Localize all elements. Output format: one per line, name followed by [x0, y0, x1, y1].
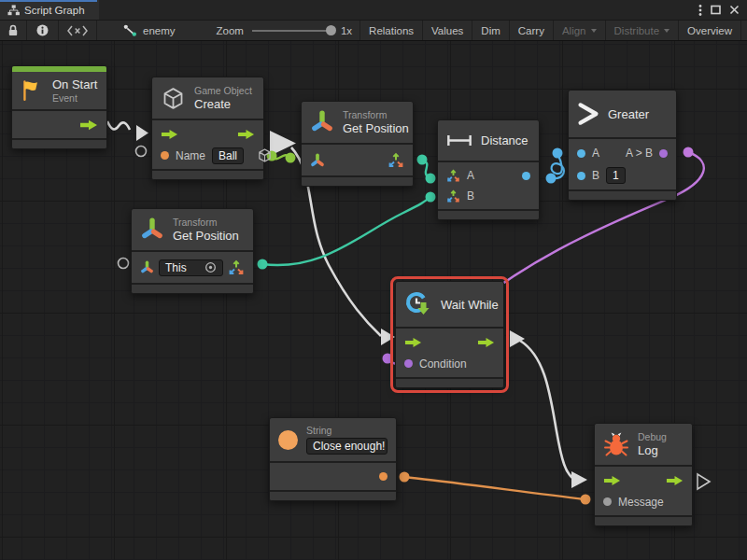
port-label: Name [176, 149, 205, 162]
relations-button[interactable]: Relations [359, 21, 423, 40]
unconnected-port-circle [136, 147, 147, 157]
target-value: This [165, 261, 187, 274]
zoom-value: 1x [341, 25, 352, 36]
node-create[interactable]: Game Object Create Name Ball [151, 77, 264, 180]
active-tab-accent [0, 0, 97, 2]
string-input-field[interactable]: Close enough! [306, 438, 388, 455]
full-screen-button[interactable]: Full Screen [741, 21, 747, 40]
node-string[interactable]: String Close enough! [269, 417, 397, 501]
maximize-icon[interactable] [711, 5, 721, 15]
b-input-field[interactable]: 1 [606, 167, 626, 184]
object-picker-icon[interactable] [204, 261, 217, 273]
wire-endpoint [400, 472, 410, 483]
vector3-output-port[interactable] [388, 152, 404, 169]
graph-pointer-icon [123, 24, 138, 36]
zoom-slider[interactable] [252, 30, 332, 32]
wire-endpoint [426, 192, 436, 203]
vector3-input-port[interactable] [446, 169, 460, 183]
game-object-output-port[interactable] [257, 147, 273, 163]
target-input-field[interactable]: This [159, 259, 223, 276]
condition-input-port[interactable] [404, 359, 413, 368]
overview-button[interactable]: Overview [679, 21, 741, 40]
dim-button[interactable]: Dim [472, 21, 509, 40]
node-footer [302, 177, 413, 186]
wire-endpoint [426, 174, 436, 184]
flow-output-port[interactable] [477, 337, 495, 348]
value-input-port[interactable] [577, 172, 585, 180]
kebab-menu-icon[interactable] [698, 4, 702, 17]
graph-canvas[interactable]: On Start Event Game Object Create [0, 41, 747, 560]
transform-input-port[interactable] [310, 153, 325, 168]
chevron-down-icon [591, 29, 597, 33]
node-get-position-1[interactable]: Transform Get Position [301, 101, 414, 187]
flow-input-port[interactable] [161, 129, 178, 140]
flow-output-port[interactable] [79, 119, 98, 131]
flow-output-port[interactable] [666, 475, 684, 486]
vector3-output-port[interactable] [228, 259, 245, 276]
wire-endpoint [258, 259, 268, 270]
node-title: Log [638, 443, 667, 457]
game-object-cube-icon [161, 86, 186, 111]
titlebar: Script Graph [0, 0, 747, 21]
unconnected-flow-triangle [698, 474, 710, 489]
values-button[interactable]: Values [423, 21, 472, 40]
flow-output-port[interactable] [237, 129, 255, 140]
name-input-field[interactable]: Ball [212, 147, 244, 164]
node-category: String [306, 425, 388, 436]
wire-arrowhead [381, 329, 395, 345]
graph-reference-label: enemy [143, 25, 176, 36]
node-footer [569, 191, 676, 200]
node-footer [595, 517, 692, 525]
transform-input-port[interactable] [140, 260, 154, 274]
align-dropdown[interactable]: Align [554, 21, 606, 40]
lock-button[interactable] [0, 21, 27, 40]
value-input-port[interactable] [161, 151, 169, 160]
flow-input-port[interactable] [404, 337, 422, 348]
value-output-port[interactable] [659, 149, 668, 158]
node-debug-log[interactable]: Debug Log Message [594, 423, 693, 526]
info-icon [36, 24, 49, 36]
port-label: Message [618, 496, 664, 509]
transform-icon [310, 110, 334, 134]
vector3-input-port[interactable] [446, 189, 460, 203]
node-title: Get Position [173, 229, 239, 243]
graph-reference[interactable]: enemy [116, 21, 183, 40]
close-icon[interactable] [729, 5, 740, 15]
code-view-button[interactable] [59, 21, 97, 40]
name-value: Ball [218, 149, 237, 162]
wire-endpoint [546, 174, 557, 184]
info-button[interactable] [27, 21, 59, 40]
tab-script-graph[interactable]: Script Graph [0, 0, 99, 20]
wire-getposition2-distance-b [262, 197, 430, 265]
value-output-port[interactable] [379, 472, 388, 481]
flow-input-port[interactable] [603, 475, 621, 486]
chevron-down-icon [664, 29, 669, 33]
node-distance[interactable]: Distance A B [437, 119, 540, 220]
node-footer [270, 492, 396, 500]
zoom-slider-handle[interactable] [326, 25, 336, 35]
node-category: Transform [343, 109, 404, 120]
tab-title: Script Graph [24, 5, 85, 16]
wire-string-debuglog-message [404, 477, 585, 499]
carry-button[interactable]: Carry [510, 21, 554, 40]
distribute-dropdown[interactable]: Distribute [606, 21, 680, 40]
node-title: Distance [481, 133, 529, 147]
node-get-position-2[interactable]: Transform Get Position This [131, 208, 254, 294]
node-wait-while[interactable]: Wait While Condition [395, 281, 504, 388]
message-input-port[interactable] [603, 497, 612, 506]
node-title: Wait While [441, 298, 499, 312]
value-input-port[interactable] [577, 149, 585, 158]
node-on-start[interactable]: On Start Event [11, 65, 107, 149]
b-value: 1 [613, 169, 619, 182]
wait-while-icon [404, 290, 432, 318]
port-label: Condition [419, 357, 467, 371]
output-label: A > B [626, 147, 653, 160]
wire-arrowhead [510, 330, 525, 347]
node-greater[interactable]: Greater A A > B B 1 [568, 90, 677, 201]
value-output-port[interactable] [522, 172, 530, 180]
zoom-control: Zoom 1x [209, 21, 360, 40]
flag-icon [20, 78, 44, 103]
distance-icon [446, 133, 472, 147]
node-title: Create [194, 97, 252, 111]
wire-endpoint [684, 147, 694, 158]
